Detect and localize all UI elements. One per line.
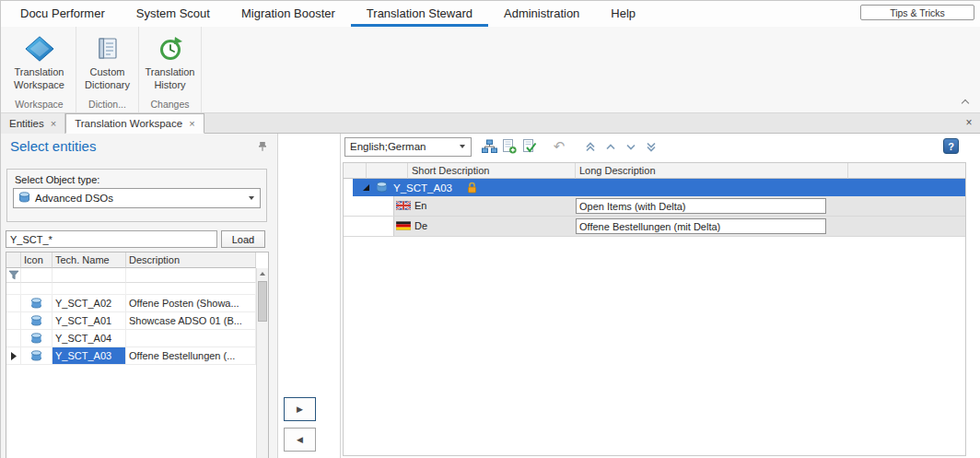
tab-close-icon[interactable]: × xyxy=(51,119,56,128)
object-type-caption: Select Object type: xyxy=(7,170,266,188)
tech-name-filter-input[interactable] xyxy=(6,230,217,248)
description-cell[interactable]: Showcase ADSO 01 (B... xyxy=(126,312,256,330)
table-scrollbar[interactable] xyxy=(256,268,268,458)
chevron-up-icon xyxy=(962,99,969,106)
menu-item-help[interactable]: Help xyxy=(595,1,651,27)
tab-label: Entities xyxy=(9,118,44,129)
close-document-icon[interactable]: × xyxy=(962,116,975,129)
ribbon-group-caption: Diction... xyxy=(76,97,138,112)
tech-name-cell[interactable]: Y_SCT_A04 xyxy=(52,330,126,347)
language-label: En xyxy=(414,200,426,211)
arrow-right-icon: ▶ xyxy=(297,405,303,414)
move-to-workspace-button[interactable]: ▶ xyxy=(284,397,316,421)
scroll-up-icon[interactable] xyxy=(260,272,265,276)
arrow-left-icon: ◀ xyxy=(297,435,303,444)
object-type-dropdown[interactable]: Advanced DSOs xyxy=(13,188,261,208)
custom-dictionary-icon xyxy=(96,33,120,65)
column-header-short-description[interactable]: Short Description xyxy=(408,163,576,179)
pin-icon[interactable] xyxy=(257,141,268,152)
menu-item-migration-booster[interactable]: Migration Booster xyxy=(226,1,351,27)
translation-row-en[interactable]: En xyxy=(344,196,965,217)
table-row[interactable]: Y_SCT_A01 Showcase ADSO 01 (B... xyxy=(6,312,268,330)
table-row[interactable]: Y_SCT_A02 Offene Posten (Showa... xyxy=(6,295,268,312)
entity-icon xyxy=(21,347,52,365)
load-button[interactable]: Load xyxy=(221,230,265,248)
ribbon-group-caption: Changes xyxy=(139,97,201,112)
object-type-value: Advanced DSOs xyxy=(35,193,113,204)
table-row[interactable]: Y_SCT_A04 xyxy=(6,330,268,347)
chevron-down-icon[interactable] xyxy=(244,190,258,206)
translation-history-button[interactable]: Translation History xyxy=(139,27,201,97)
menu-item-administration[interactable]: Administration xyxy=(488,1,595,27)
menu-item-system-scout[interactable]: System Scout xyxy=(121,1,226,27)
next-item-button[interactable] xyxy=(621,137,641,157)
filter-cell[interactable] xyxy=(21,268,52,283)
entity-icon xyxy=(21,295,52,312)
row-indicator-icon xyxy=(6,347,20,364)
ribbon: Translation Workspace Workspace Custom D… xyxy=(1,27,980,113)
column-header-blank xyxy=(367,163,408,179)
translation-workspace-icon xyxy=(25,33,54,65)
column-header-blank xyxy=(344,163,367,179)
undo-button[interactable]: ↶ xyxy=(549,137,569,157)
previous-item-button[interactable] xyxy=(601,137,621,157)
main-area: Select entities Select Object type: xyxy=(1,134,980,458)
ribbon-group-workspace: Translation Workspace Workspace xyxy=(3,27,76,112)
select-entities-panel: Select entities Select Object type: xyxy=(1,134,278,458)
translation-row-de[interactable]: De xyxy=(344,217,965,237)
tips-and-tricks-button[interactable]: Tips & Tricks xyxy=(860,5,974,20)
column-header-icon[interactable]: Icon xyxy=(21,252,52,268)
tab-label: Translation Workspace xyxy=(75,118,182,129)
apply-translations-button[interactable] xyxy=(519,137,540,157)
filter-cell[interactable] xyxy=(126,268,256,283)
help-button[interactable]: ? xyxy=(943,138,959,154)
translation-workspace-button[interactable]: Translation Workspace xyxy=(3,27,76,97)
row-indicator-header xyxy=(6,252,21,268)
last-item-button[interactable] xyxy=(641,137,661,157)
tech-name-cell[interactable]: Y_SCT_A01 xyxy=(52,312,126,330)
collapse-node-icon[interactable] xyxy=(362,182,370,194)
tab-entities[interactable]: Entities × xyxy=(1,113,65,134)
menubar: Docu Performer System Scout Migration Bo… xyxy=(1,1,980,27)
tech-name-cell[interactable]: Y_SCT_A02 xyxy=(52,295,126,312)
entity-icon xyxy=(21,312,52,330)
lock-icon xyxy=(467,182,477,194)
column-header-tech-name[interactable]: Tech. Name xyxy=(52,252,126,268)
filter-cell[interactable] xyxy=(52,268,126,283)
entity-group-row[interactable]: Y_SCT_A03 xyxy=(344,179,965,196)
filter-icon xyxy=(6,268,21,283)
database-icon xyxy=(18,192,30,205)
column-header-long-description[interactable]: Long Description xyxy=(576,163,848,179)
description-cell[interactable]: Offene Bestellungen (... xyxy=(126,347,256,365)
ribbon-group-caption: Workspace xyxy=(3,97,76,112)
column-header-description[interactable]: Description xyxy=(126,252,256,268)
menu-item-translation-steward[interactable]: Translation Steward xyxy=(351,1,488,27)
description-cell[interactable] xyxy=(126,330,256,347)
translation-text-input-en[interactable] xyxy=(576,198,826,214)
translation-toolbar: English;German xyxy=(344,136,661,157)
ribbon-button-label: Translation History xyxy=(137,66,204,92)
custom-dictionary-button[interactable]: Custom Dictionary xyxy=(76,27,138,97)
translation-history-icon xyxy=(158,33,183,65)
auto-filter-row[interactable] xyxy=(6,268,268,283)
menu-item-docu-performer[interactable]: Docu Performer xyxy=(5,1,121,27)
ribbon-collapse-button[interactable] xyxy=(959,96,972,107)
empty-row xyxy=(6,283,268,295)
tab-translation-workspace[interactable]: Translation Workspace × xyxy=(65,113,204,134)
table-row-selected[interactable]: Y_SCT_A03 Offene Bestellungen (... xyxy=(6,347,268,365)
chevron-down-icon[interactable] xyxy=(455,138,469,155)
panel-title: Select entities xyxy=(10,138,96,154)
remove-from-workspace-button[interactable]: ◀ xyxy=(284,428,316,452)
language-label: De xyxy=(414,220,427,231)
tech-name-cell[interactable]: Y_SCT_A03 xyxy=(52,347,126,365)
description-cell[interactable]: Offene Posten (Showa... xyxy=(126,295,256,312)
translation-grid: Short Description Long Description xyxy=(343,162,966,456)
language-pair-dropdown[interactable]: English;German xyxy=(344,137,472,157)
scrollbar-thumb[interactable] xyxy=(258,281,267,322)
translation-text-input-de[interactable] xyxy=(576,218,826,234)
add-translation-button[interactable] xyxy=(499,137,519,157)
tab-close-icon[interactable]: × xyxy=(189,119,194,128)
hierarchy-view-button[interactable] xyxy=(479,137,499,157)
first-item-button[interactable] xyxy=(580,137,601,157)
docu-performer-window: Docu Performer System Scout Migration Bo… xyxy=(0,0,980,458)
